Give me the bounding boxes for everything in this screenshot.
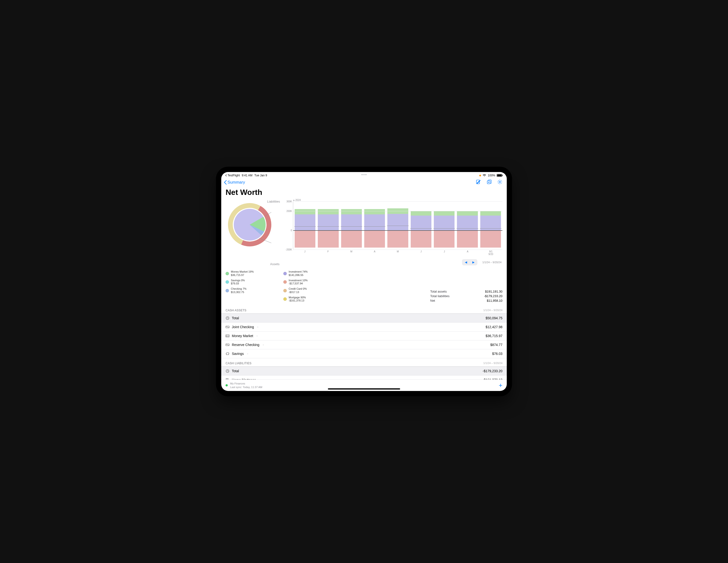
x-label: J (433, 250, 456, 256)
legend-item: Investment 74%$141,096.55 (283, 270, 334, 277)
totals-block: Total assets$191,191.30 Total liabilitie… (430, 290, 502, 302)
legend-column: Investment 74%$141,096.55Investment 10%-… (283, 270, 334, 302)
chevron-right-icon: › (247, 352, 248, 355)
prev-arrow-icon[interactable]: ◀ (465, 261, 467, 264)
compose-icon[interactable] (476, 179, 481, 186)
svg-point-5 (499, 181, 501, 183)
svg-rect-1 (497, 175, 502, 176)
x-label: F (317, 250, 340, 256)
bar-column (433, 201, 455, 250)
wifi-icon (482, 174, 486, 177)
section-header-liabilities: CASH LIABILITIES 1/1/24 – 9/20/24 (221, 358, 507, 367)
back-button[interactable]: Summary (224, 180, 245, 185)
multitask-grabber-icon[interactable] (362, 174, 366, 175)
legend-column: Money Market 19%$36,715.97Savings 0%$76.… (226, 270, 276, 302)
clock-icon (226, 316, 229, 320)
chevron-right-icon: › (257, 325, 258, 329)
settings-gear-icon[interactable] (497, 179, 502, 186)
sync-status-dot-icon (226, 384, 228, 386)
account-row[interactable]: Home Mortgage›-$161,378.13 (221, 375, 507, 379)
x-label: M (386, 250, 409, 256)
chart-date-range: 1/1/24 – 9/20/24 (482, 261, 501, 264)
account-row[interactable]: Savings›$76.03 (221, 349, 507, 358)
section-header-assets: CASH ASSETS 1/1/24 – 9/20/24 (221, 305, 507, 314)
statusbar-battery-pct: 100% (488, 174, 495, 177)
next-arrow-icon[interactable]: ▶ (472, 261, 475, 264)
svg-rect-2 (502, 175, 503, 176)
x-label: A (363, 250, 386, 256)
x-label: M (340, 250, 363, 256)
date-nav-buttons[interactable]: ◀ ▶ (462, 259, 477, 266)
status-bar: TestFlight 9:41 AM Tue Jan 9 100% (221, 172, 507, 178)
account-icon (226, 352, 229, 355)
assets-total-row[interactable]: Total $50,094.75 (221, 314, 507, 322)
legend-item: Checking 7%$13,302.75 (226, 287, 276, 294)
statusbar-date: Tue Jan 9 (254, 174, 267, 177)
y-tick: 300K (286, 200, 292, 203)
legend-item: Investment 10%-$17,537.94 (283, 279, 334, 285)
mic-indicator-icon (479, 175, 481, 176)
battery-icon (497, 174, 503, 177)
pie-label-assets: Assets (270, 262, 279, 266)
legend-item: Credit Card 0%-$317.13 (283, 287, 334, 294)
account-icon (226, 325, 229, 329)
bar-column (364, 201, 385, 250)
x-label: J (409, 250, 433, 256)
statusbar-time: 9:41 AM (242, 174, 252, 177)
account-icon (226, 334, 229, 338)
svg-point-15 (226, 353, 229, 355)
bar-column (410, 201, 432, 250)
legend-item: Money Market 19%$36,715.97 (226, 270, 276, 277)
page-title: Net Worth (221, 187, 507, 199)
legend-item: Mortgage 90%-$161,378.13 (283, 296, 334, 303)
chevron-right-icon: › (263, 343, 264, 346)
account-row[interactable]: Money Market›$36,715.97 (221, 331, 507, 340)
y-tick: -200K (286, 248, 292, 251)
account-row[interactable]: Joint Checking›$12,427.98 (221, 322, 507, 331)
bar-column (317, 201, 339, 250)
chevron-right-icon: › (257, 334, 258, 337)
clock-icon (226, 369, 229, 373)
statusbar-breadcrumb[interactable]: TestFlight (225, 174, 240, 177)
svg-point-16 (227, 353, 227, 354)
y-tick: 0 (291, 229, 292, 232)
bar-column (341, 201, 362, 250)
bar-year-label: ▸ 2024 (283, 199, 502, 201)
pie-label-liabilities: Liabilities (267, 200, 280, 203)
liabilities-total-row[interactable]: Total -$179,233.20 (221, 367, 507, 375)
bar-column (294, 201, 316, 250)
y-tick: 200K (286, 210, 292, 213)
bar-column (480, 201, 501, 250)
bar-column (456, 201, 478, 250)
x-label: A (456, 250, 479, 256)
bar-chart: ▸ 2024 300K200K0-200K JFMAMJJA9/19/20 ◀ … (283, 199, 502, 266)
bar-column (387, 201, 409, 250)
account-icon (226, 343, 229, 347)
book-name: My Finances (230, 382, 262, 385)
x-label: 9/19/20 (479, 250, 503, 256)
sync-time: Last sync: Today, 11:37 AM (230, 385, 262, 389)
add-button[interactable]: + (499, 381, 502, 389)
x-label: J (293, 250, 317, 256)
legend-item: Savings 0%$76.03 (226, 279, 276, 285)
duplicate-icon[interactable] (487, 179, 492, 186)
home-indicator[interactable] (328, 388, 400, 389)
pie-chart: Liabilities (226, 199, 281, 266)
account-row[interactable]: Reserve Checking›$874.77 (221, 340, 507, 349)
